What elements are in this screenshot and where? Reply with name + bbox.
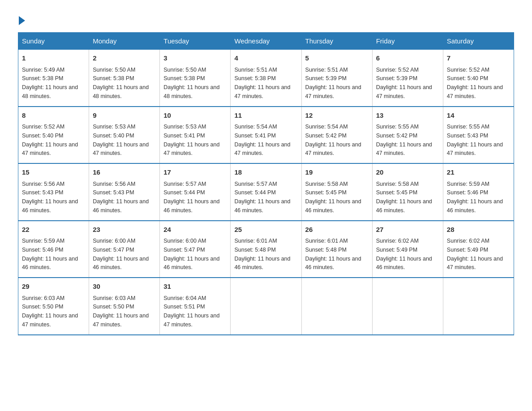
daylight-info: Daylight: 11 hours and 47 minutes. xyxy=(22,313,78,328)
calendar-cell: 2Sunrise: 5:50 AMSunset: 5:38 PMDaylight… xyxy=(89,50,160,107)
sunrise-info: Sunrise: 6:01 AM xyxy=(234,238,277,244)
page-header xyxy=(18,13,514,25)
sunset-info: Sunset: 5:48 PM xyxy=(234,247,275,253)
calendar-cell: 10Sunrise: 5:53 AMSunset: 5:41 PMDayligh… xyxy=(160,107,231,164)
calendar-cell: 23Sunrise: 6:00 AMSunset: 5:47 PMDayligh… xyxy=(89,221,160,278)
calendar-cell: 11Sunrise: 5:54 AMSunset: 5:41 PMDayligh… xyxy=(231,107,301,164)
sunrise-info: Sunrise: 5:54 AM xyxy=(305,124,348,130)
daylight-info: Daylight: 11 hours and 46 minutes. xyxy=(22,198,78,214)
sunrise-info: Sunrise: 5:55 AM xyxy=(376,124,419,130)
sunset-info: Sunset: 5:45 PM xyxy=(376,189,417,196)
calendar-week-row: 22Sunrise: 5:59 AMSunset: 5:46 PMDayligh… xyxy=(18,221,514,278)
sunrise-info: Sunrise: 6:02 AM xyxy=(447,238,489,244)
sunset-info: Sunset: 5:43 PM xyxy=(22,189,63,196)
daylight-info: Daylight: 11 hours and 46 minutes. xyxy=(447,198,503,214)
daylight-info: Daylight: 11 hours and 47 minutes. xyxy=(447,141,503,157)
daylight-info: Daylight: 11 hours and 47 minutes. xyxy=(163,313,219,328)
sunrise-info: Sunrise: 5:49 AM xyxy=(22,67,64,73)
calendar-cell: 18Sunrise: 5:57 AMSunset: 5:44 PMDayligh… xyxy=(231,163,301,221)
sunset-info: Sunset: 5:46 PM xyxy=(22,247,63,253)
sunset-info: Sunset: 5:38 PM xyxy=(93,75,134,81)
sunset-info: Sunset: 5:40 PM xyxy=(93,133,134,139)
sunset-info: Sunset: 5:50 PM xyxy=(93,304,134,310)
calendar-cell xyxy=(443,278,514,335)
day-number: 3 xyxy=(163,53,227,64)
calendar-cell: 17Sunrise: 5:57 AMSunset: 5:44 PMDayligh… xyxy=(160,163,231,221)
daylight-info: Daylight: 11 hours and 47 minutes. xyxy=(447,256,503,271)
sunrise-info: Sunrise: 6:02 AM xyxy=(376,238,419,244)
sunrise-info: Sunrise: 5:58 AM xyxy=(305,181,348,187)
day-number: 15 xyxy=(22,167,85,178)
day-number: 10 xyxy=(163,111,227,121)
daylight-info: Daylight: 11 hours and 46 minutes. xyxy=(376,198,432,214)
daylight-info: Daylight: 11 hours and 46 minutes. xyxy=(163,198,219,214)
daylight-info: Daylight: 11 hours and 47 minutes. xyxy=(163,141,219,157)
sunrise-info: Sunrise: 5:50 AM xyxy=(163,67,206,73)
daylight-info: Daylight: 11 hours and 47 minutes. xyxy=(376,84,432,99)
sunset-info: Sunset: 5:40 PM xyxy=(22,133,63,139)
day-number: 28 xyxy=(447,225,510,235)
sunrise-info: Sunrise: 5:51 AM xyxy=(305,67,348,73)
daylight-info: Daylight: 11 hours and 46 minutes. xyxy=(234,256,290,271)
calendar-cell: 15Sunrise: 5:56 AMSunset: 5:43 PMDayligh… xyxy=(18,163,89,221)
header-monday: Monday xyxy=(89,33,160,50)
header-sunday: Sunday xyxy=(18,33,89,50)
calendar-cell: 22Sunrise: 5:59 AMSunset: 5:46 PMDayligh… xyxy=(18,221,89,278)
day-number: 8 xyxy=(22,111,85,121)
daylight-info: Daylight: 11 hours and 46 minutes. xyxy=(376,256,432,271)
calendar-cell xyxy=(231,278,301,335)
day-number: 24 xyxy=(163,225,227,235)
calendar-cell xyxy=(372,278,443,335)
daylight-info: Daylight: 11 hours and 47 minutes. xyxy=(447,84,503,99)
day-number: 17 xyxy=(163,167,227,178)
day-number: 11 xyxy=(234,111,297,121)
sunset-info: Sunset: 5:48 PM xyxy=(305,247,347,253)
sunrise-info: Sunrise: 5:59 AM xyxy=(447,181,489,187)
header-thursday: Thursday xyxy=(301,33,372,50)
calendar-cell: 20Sunrise: 5:58 AMSunset: 5:45 PMDayligh… xyxy=(372,163,443,221)
calendar-cell: 25Sunrise: 6:01 AMSunset: 5:48 PMDayligh… xyxy=(231,221,301,278)
day-number: 19 xyxy=(305,167,369,178)
sunrise-info: Sunrise: 5:50 AM xyxy=(93,67,135,73)
sunset-info: Sunset: 5:47 PM xyxy=(93,247,134,253)
sunset-info: Sunset: 5:38 PM xyxy=(22,75,63,81)
sunset-info: Sunset: 5:42 PM xyxy=(376,133,417,139)
calendar-cell: 29Sunrise: 6:03 AMSunset: 5:50 PMDayligh… xyxy=(18,278,89,335)
calendar-week-row: 29Sunrise: 6:03 AMSunset: 5:50 PMDayligh… xyxy=(18,278,514,335)
day-number: 7 xyxy=(447,53,510,64)
sunset-info: Sunset: 5:38 PM xyxy=(234,75,275,81)
sunrise-info: Sunrise: 6:01 AM xyxy=(305,238,348,244)
day-number: 26 xyxy=(305,225,369,235)
day-number: 23 xyxy=(93,225,156,235)
sunset-info: Sunset: 5:47 PM xyxy=(163,247,205,253)
calendar-cell: 3Sunrise: 5:50 AMSunset: 5:38 PMDaylight… xyxy=(160,50,231,107)
sunrise-info: Sunrise: 5:57 AM xyxy=(234,181,277,187)
calendar-cell: 21Sunrise: 5:59 AMSunset: 5:46 PMDayligh… xyxy=(443,163,514,221)
sunset-info: Sunset: 5:45 PM xyxy=(305,189,347,196)
daylight-info: Daylight: 11 hours and 46 minutes. xyxy=(163,256,219,271)
day-number: 9 xyxy=(93,111,156,121)
daylight-info: Daylight: 11 hours and 46 minutes. xyxy=(234,198,290,214)
sunset-info: Sunset: 5:46 PM xyxy=(447,189,488,196)
calendar-cell: 13Sunrise: 5:55 AMSunset: 5:42 PMDayligh… xyxy=(372,107,443,164)
day-number: 18 xyxy=(234,167,297,178)
daylight-info: Daylight: 11 hours and 48 minutes. xyxy=(93,84,149,99)
calendar-cell: 30Sunrise: 6:03 AMSunset: 5:50 PMDayligh… xyxy=(89,278,160,335)
sunrise-info: Sunrise: 5:51 AM xyxy=(234,67,277,73)
daylight-info: Daylight: 11 hours and 46 minutes. xyxy=(93,198,149,214)
sunrise-info: Sunrise: 5:53 AM xyxy=(163,124,206,130)
calendar-cell: 31Sunrise: 6:04 AMSunset: 5:51 PMDayligh… xyxy=(160,278,231,335)
calendar-cell: 14Sunrise: 5:55 AMSunset: 5:43 PMDayligh… xyxy=(443,107,514,164)
calendar-week-row: 15Sunrise: 5:56 AMSunset: 5:43 PMDayligh… xyxy=(18,163,514,221)
day-number: 12 xyxy=(305,111,369,121)
day-number: 13 xyxy=(376,111,439,121)
sunrise-info: Sunrise: 5:52 AM xyxy=(376,67,419,73)
daylight-info: Daylight: 11 hours and 47 minutes. xyxy=(234,84,290,99)
sunset-info: Sunset: 5:50 PM xyxy=(22,304,63,310)
day-number: 31 xyxy=(163,282,227,292)
day-number: 1 xyxy=(22,53,85,64)
sunset-info: Sunset: 5:42 PM xyxy=(305,133,347,139)
sunrise-info: Sunrise: 5:52 AM xyxy=(447,67,489,73)
sunrise-info: Sunrise: 5:55 AM xyxy=(447,124,489,130)
sunset-info: Sunset: 5:38 PM xyxy=(163,75,205,81)
